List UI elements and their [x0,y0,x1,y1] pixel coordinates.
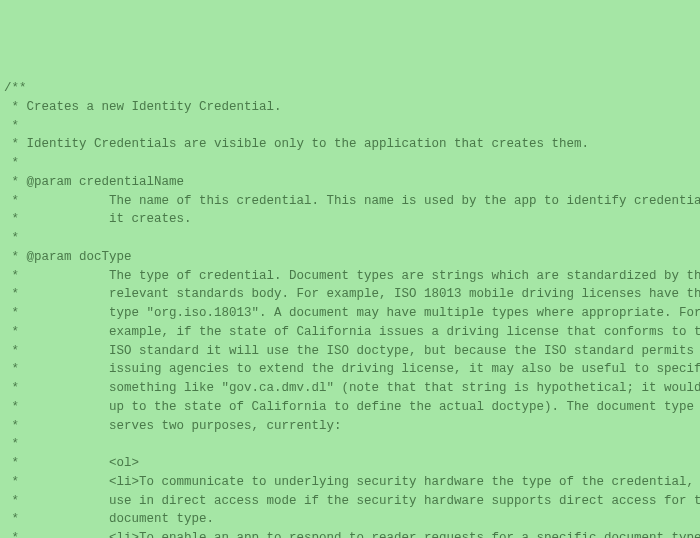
code-line-3: * Identity Credentials are visible only … [4,135,696,154]
code-line-11: * relevant standards body. For example, … [4,285,696,304]
code-line-2: * [4,117,696,136]
code-line-1: * Creates a new Identity Credential. [4,98,696,117]
code-line-7: * it creates. [4,210,696,229]
code-line-24: * <li>To enable an app to respond to rea… [4,529,696,538]
code-line-4: * [4,154,696,173]
code-line-13: * example, if the state of California is… [4,323,696,342]
code-line-17: * up to the state of California to defin… [4,398,696,417]
code-line-21: * <li>To communicate to underlying secur… [4,473,696,492]
code-line-5: * @param credentialName [4,173,696,192]
code-line-6: * The name of this credential. This name… [4,192,696,211]
code-line-9: * @param docType [4,248,696,267]
javadoc-block: /** * Creates a new Identity Credential.… [4,79,696,538]
code-line-14: * ISO standard it will use the ISO docty… [4,342,696,361]
code-line-23: * document type. [4,510,696,529]
code-line-19: * [4,435,696,454]
code-line-8: * [4,229,696,248]
code-line-22: * use in direct access mode if the secur… [4,492,696,511]
code-line-0: /** [4,79,696,98]
code-line-12: * type "org.iso.18013". A document may h… [4,304,696,323]
code-line-16: * something like "gov.ca.dmv.dl" (note t… [4,379,696,398]
code-line-15: * issuing agencies to extend the driving… [4,360,696,379]
code-line-18: * serves two purposes, currently: [4,417,696,436]
code-line-20: * <ol> [4,454,696,473]
code-line-10: * The type of credential. Document types… [4,267,696,286]
